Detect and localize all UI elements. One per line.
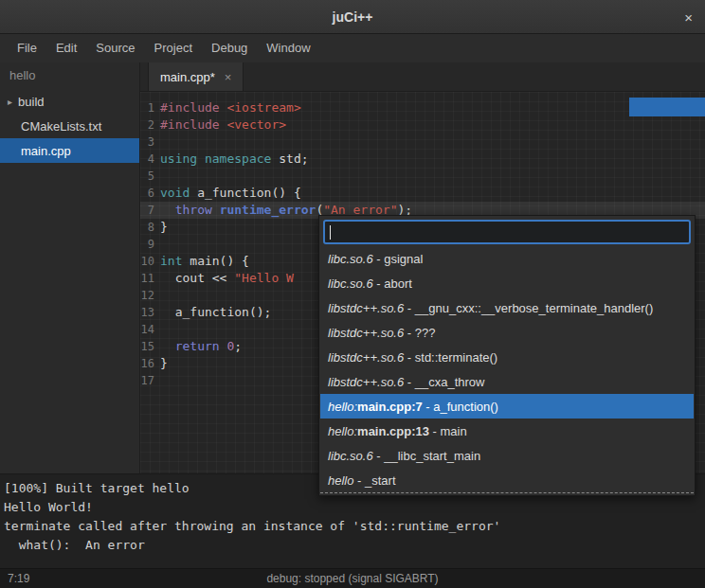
code-line[interactable]: 4using namespace std;	[140, 151, 705, 168]
tab-main-cpp[interactable]: main.cpp* ×	[148, 62, 244, 91]
code-text: void a_function() {	[160, 185, 301, 202]
window-title: juCi++	[333, 9, 373, 25]
tab-bar: main.cpp* ×	[140, 62, 705, 92]
menu-item-debug[interactable]: Debug	[202, 34, 257, 62]
backtrace-item[interactable]: libstdc++.so.6 - __gnu_cxx::__verbose_te…	[320, 295, 694, 320]
scrollbar-thumb[interactable]	[629, 98, 705, 116]
menu-bar: FileEditSourceProjectDebugWindow	[0, 34, 705, 62]
backtrace-item[interactable]: libc.so.6 - abort	[320, 271, 694, 295]
search-box	[323, 220, 691, 244]
line-number: 4	[140, 151, 160, 168]
tree-item-cmakelists-txt[interactable]: CMakeLists.txt	[0, 114, 139, 138]
backtrace-item[interactable]: hello:main.cpp:7 - a_function()	[320, 394, 694, 419]
tree-item-main-cpp[interactable]: main.cpp	[0, 138, 139, 163]
code-text: }	[160, 219, 168, 236]
backtrace-item[interactable]: libstdc++.so.6 - ???	[320, 320, 694, 345]
menu-item-project[interactable]: Project	[145, 34, 202, 62]
line-number: 17	[140, 372, 160, 389]
code-text: return 0;	[160, 338, 242, 355]
chevron-right-icon: ▸	[8, 97, 12, 107]
console-line: terminate called after throwing an insta…	[4, 517, 701, 536]
line-number: 10	[140, 253, 160, 270]
code-line[interactable]: 5	[140, 168, 705, 185]
debug-status: debug: stopped (signal SIGABRT)	[0, 572, 705, 585]
backtrace-list: libc.so.6 - gsignallibc.so.6 - abortlibs…	[320, 246, 694, 493]
menu-item-file[interactable]: File	[8, 34, 46, 62]
title-bar[interactable]: juCi++ ×	[0, 0, 705, 34]
backtrace-item[interactable]: hello:main.cpp:13 - main	[320, 419, 694, 443]
line-number: 6	[140, 185, 160, 202]
code-text: #include <vector>	[160, 116, 286, 134]
code-line[interactable]: 2#include <vector>	[140, 116, 705, 134]
line-number: 11	[140, 270, 160, 287]
backtrace-item[interactable]: libc.so.6 - __libc_start_main	[320, 443, 694, 468]
code-line[interactable]: 1#include <iostream>	[140, 99, 705, 116]
tab-close-icon[interactable]: ×	[225, 70, 232, 84]
line-number: 12	[140, 287, 160, 304]
code-text: #include <iostream>	[160, 99, 301, 116]
code-text: }	[160, 355, 168, 372]
line-number: 15	[140, 338, 160, 355]
code-text: a_function();	[160, 304, 271, 321]
line-number: 14	[140, 321, 160, 338]
line-number: 5	[140, 168, 160, 185]
menu-item-edit[interactable]: Edit	[46, 34, 86, 62]
backtrace-search-input[interactable]	[331, 225, 684, 240]
tree-item-label: build	[18, 95, 44, 109]
code-text: cout << "Hello W	[160, 270, 294, 287]
line-number: 8	[140, 219, 160, 236]
tree-item-label: main.cpp	[21, 144, 71, 158]
tab-label: main.cpp*	[160, 70, 215, 84]
code-text: int main() {	[160, 253, 249, 270]
menu-item-window[interactable]: Window	[257, 34, 319, 62]
console-line: Hello World!	[4, 498, 701, 517]
code-line[interactable]: 6void a_function() {	[140, 185, 705, 202]
backtrace-item[interactable]: libc.so.6 - gsignal	[320, 246, 694, 271]
backtrace-item[interactable]: libstdc++.so.6 - __cxa_throw	[320, 369, 694, 394]
line-number: 7	[140, 202, 160, 219]
app-window: juCi++ × FileEditSourceProjectDebugWindo…	[0, 0, 705, 588]
code-line[interactable]: 3	[140, 134, 705, 151]
backtrace-popup: libc.so.6 - gsignallibc.so.6 - abortlibs…	[318, 215, 696, 496]
line-number: 9	[140, 236, 160, 253]
backtrace-item[interactable]: hello - _start	[320, 468, 694, 492]
file-tree: ▸buildCMakeLists.txtmain.cpp	[0, 89, 139, 163]
tree-item-label: CMakeLists.txt	[21, 119, 101, 134]
close-icon[interactable]: ×	[684, 9, 693, 24]
line-number: 13	[140, 304, 160, 321]
code-text: using namespace std;	[160, 151, 309, 168]
line-number: 3	[140, 134, 160, 151]
sidebar: hello ▸buildCMakeLists.txtmain.cpp	[0, 62, 140, 473]
backtrace-item[interactable]: libstdc++.so.6 - std::terminate()	[320, 345, 694, 369]
status-bar: 7:19 debug: stopped (signal SIGABRT)	[0, 568, 705, 588]
menu-item-source[interactable]: Source	[86, 34, 144, 62]
tree-item-build[interactable]: ▸build	[0, 89, 139, 114]
line-number: 16	[140, 355, 160, 372]
line-number: 2	[140, 116, 160, 134]
project-name[interactable]: hello	[0, 62, 139, 89]
line-number: 1	[140, 99, 160, 116]
console-line: what(): An error	[4, 536, 701, 555]
